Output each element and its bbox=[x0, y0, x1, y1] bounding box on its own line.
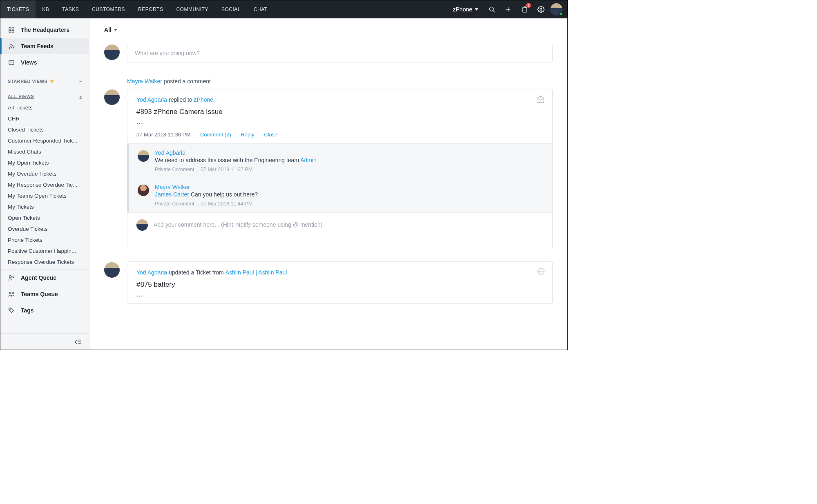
all-views-header[interactable]: ALL VIEWS ▾ bbox=[0, 90, 89, 100]
speech-notch bbox=[124, 267, 127, 273]
feed-avatar bbox=[104, 89, 120, 105]
sidebar-collapse[interactable] bbox=[0, 333, 89, 350]
feed-preline: Mayra Walker posted a comment bbox=[127, 78, 553, 85]
notifications-button[interactable]: 1 bbox=[518, 2, 531, 16]
view-item[interactable]: My Open Tickets bbox=[0, 157, 89, 168]
comment-action[interactable]: Comment (2) bbox=[200, 132, 231, 138]
email-open-icon bbox=[536, 95, 545, 104]
add-button[interactable] bbox=[501, 2, 515, 16]
sidebar: The Headquarters Team Feeds Views STARRE… bbox=[0, 18, 89, 350]
view-item[interactable]: Customer Responded Tick... bbox=[0, 135, 89, 146]
sidebar-item-headquarters[interactable]: The Headquarters bbox=[0, 22, 89, 38]
sidebar-item-views[interactable]: Views bbox=[0, 54, 89, 71]
view-item[interactable]: All Tickets bbox=[0, 102, 89, 113]
sidebar-item-tags[interactable]: Tags bbox=[0, 302, 89, 319]
svg-rect-7 bbox=[9, 27, 11, 29]
nested-comments: Yod Agbaria We need to address this issu… bbox=[127, 143, 552, 212]
view-item[interactable]: Open Tickets bbox=[0, 212, 89, 223]
headline-target-link[interactable]: Ashlin Paul | Ashlin Paul bbox=[225, 269, 287, 276]
view-item[interactable]: Response Overdue Tickets bbox=[0, 256, 89, 268]
ticket-title[interactable]: #893 zPhone Camera Issue bbox=[136, 108, 543, 116]
headline-user-link[interactable]: Yod Agbaria bbox=[136, 96, 167, 103]
comment-avatar bbox=[138, 150, 149, 162]
star-icon: ★ bbox=[50, 78, 55, 84]
collapse-icon bbox=[74, 339, 82, 345]
feed-card: Yod Agbaria replied to zPhone #893 zPhon… bbox=[127, 89, 553, 249]
view-item[interactable]: Missed Chats bbox=[0, 146, 89, 157]
user-avatar[interactable] bbox=[550, 3, 563, 16]
ticket-title[interactable]: #875 battery bbox=[136, 281, 543, 289]
headline-action: updated a Ticket from bbox=[169, 269, 224, 276]
feed-card: Yod Agbaria updated a Ticket from Ashlin… bbox=[127, 261, 553, 304]
headline-user-link[interactable]: Yod Agbaria bbox=[136, 269, 167, 276]
filter-label: All bbox=[104, 27, 112, 33]
svg-point-18 bbox=[12, 292, 13, 294]
svg-point-6 bbox=[540, 9, 542, 11]
svg-point-11 bbox=[9, 48, 10, 49]
search-button[interactable] bbox=[485, 2, 499, 16]
speech-notch bbox=[124, 94, 127, 100]
nav-tickets[interactable]: TICKETS bbox=[0, 0, 36, 18]
feed-filter[interactable]: All bbox=[104, 27, 117, 33]
feed-icon bbox=[8, 42, 15, 50]
sidebar-item-agent-queue[interactable]: Agent Queue bbox=[0, 270, 89, 286]
nav-kb[interactable]: KB bbox=[36, 0, 56, 18]
nav-community[interactable]: COMMUNITY bbox=[170, 0, 215, 18]
svg-rect-8 bbox=[12, 27, 14, 29]
svg-line-1 bbox=[493, 10, 494, 12]
view-item[interactable]: My Overdue Tickets bbox=[0, 168, 89, 179]
nav-reports[interactable]: REPORTS bbox=[132, 0, 170, 18]
view-item[interactable]: My Tickets bbox=[0, 201, 89, 212]
reply-action[interactable]: Reply bbox=[241, 132, 254, 138]
current-user-avatar bbox=[104, 45, 120, 60]
close-action[interactable]: Close bbox=[264, 132, 277, 138]
view-item[interactable]: CHR bbox=[0, 113, 89, 124]
view-item[interactable]: Closed Tickets bbox=[0, 124, 89, 135]
comment-composer[interactable]: Add your comment here... (Hint: Notify s… bbox=[127, 212, 552, 236]
top-nav: TICKETS KB TASKS CUSTOMERS REPORTS COMMU… bbox=[0, 0, 567, 18]
comment-user-link[interactable]: Yod Agbaria bbox=[155, 149, 317, 156]
content-ellipsis: ... bbox=[136, 291, 543, 298]
mention-link[interactable]: James Carter bbox=[155, 191, 189, 198]
nav-social[interactable]: SOCIAL bbox=[215, 0, 247, 18]
timestamp: 07 Mar 2018 11:36 PM bbox=[136, 132, 190, 138]
mention-link[interactable]: Admin bbox=[300, 157, 317, 163]
presence-indicator bbox=[559, 12, 563, 16]
view-item[interactable]: My Response Overdue Tic... bbox=[0, 179, 89, 190]
sidebar-item-teams-queue[interactable]: Teams Queue bbox=[0, 286, 89, 302]
starred-views-header[interactable]: STARRED VIEWS ★ ▸ bbox=[0, 74, 89, 86]
nested-comment: Yod Agbaria We need to address this issu… bbox=[129, 144, 552, 178]
section-label: ALL VIEWS bbox=[8, 94, 34, 99]
view-item[interactable]: My Teams Open Tickets bbox=[0, 190, 89, 201]
preline-user-link[interactable]: Mayra Walker bbox=[127, 78, 162, 85]
sidebar-item-team-feeds[interactable]: Team Feeds bbox=[0, 38, 89, 54]
current-user-avatar bbox=[136, 219, 148, 231]
status-composer[interactable]: What are you doing now? bbox=[127, 44, 553, 62]
section-label: STARRED VIEWS bbox=[8, 79, 47, 84]
speech-notch bbox=[124, 49, 127, 56]
settings-button[interactable] bbox=[534, 2, 548, 16]
nav-customers[interactable]: CUSTOMERS bbox=[85, 0, 132, 18]
nav-tasks[interactable]: TASKS bbox=[56, 0, 85, 18]
all-views-list: All Tickets CHR Closed Tickets Customer … bbox=[0, 100, 89, 269]
nested-comment: Mayra Walker James Carter Can you help u… bbox=[129, 178, 552, 212]
composer-placeholder: What are you doing now? bbox=[135, 50, 200, 56]
sidebar-item-label: Agent Queue bbox=[21, 274, 56, 281]
view-item[interactable]: Phone Tickets bbox=[0, 234, 89, 245]
brand-label: zPhone bbox=[453, 6, 472, 13]
feed-avatar bbox=[104, 262, 120, 278]
view-item[interactable]: Positive Customer Happin... bbox=[0, 245, 89, 256]
svg-rect-12 bbox=[9, 60, 14, 64]
agent-queue-icon bbox=[8, 274, 15, 281]
search-icon bbox=[489, 6, 496, 13]
headline-target-link[interactable]: zPhone bbox=[194, 96, 213, 103]
top-nav-tabs: TICKETS KB TASKS CUSTOMERS REPORTS COMMU… bbox=[0, 0, 274, 18]
view-item[interactable]: Overdue Tickets bbox=[0, 223, 89, 234]
nav-chat[interactable]: CHAT bbox=[247, 0, 274, 18]
comment-text: James Carter Can you help us out here? bbox=[155, 191, 258, 198]
sidebar-item-label: The Headquarters bbox=[21, 27, 69, 33]
gear-icon bbox=[537, 6, 545, 13]
brand-selector[interactable]: zPhone bbox=[449, 6, 482, 13]
comment-user-link[interactable]: Mayra Walker bbox=[155, 184, 258, 190]
views-icon bbox=[8, 59, 15, 66]
